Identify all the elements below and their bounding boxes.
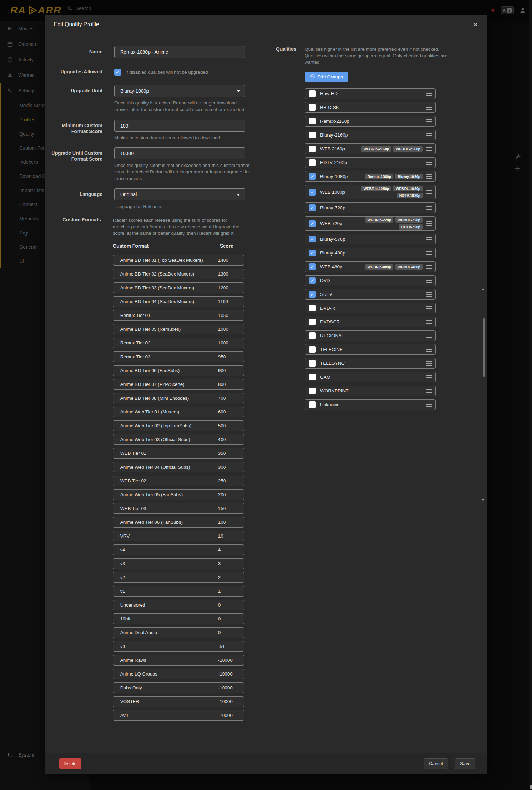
drag-handle-icon[interactable] xyxy=(426,292,432,297)
quality-checkbox-checked[interactable] xyxy=(309,173,316,180)
modal-scrollbar-thumb[interactable] xyxy=(483,318,485,377)
quality-name: Bluray-480p xyxy=(320,250,345,256)
custom-format-name: VOSTFR xyxy=(120,699,218,704)
custom-format-row[interactable]: v0-51 xyxy=(113,641,244,652)
quality-checkbox-checked[interactable] xyxy=(309,291,316,298)
custom-format-row[interactable]: v33 xyxy=(113,558,244,569)
custom-format-row[interactable]: Remux Tier 03950 xyxy=(113,351,244,362)
custom-format-row[interactable]: VOSTFR-10000 xyxy=(113,696,244,707)
language-select[interactable]: Original xyxy=(114,188,245,200)
quality-checkbox-unchecked[interactable] xyxy=(309,132,316,138)
drag-handle-icon[interactable] xyxy=(426,174,432,179)
custom-format-row[interactable]: Dubs Only-10000 xyxy=(113,682,244,693)
drag-handle-icon[interactable] xyxy=(426,161,432,165)
drag-handle-icon[interactable] xyxy=(426,221,432,226)
custom-format-row[interactable]: Uncensored0 xyxy=(113,600,244,610)
custom-format-row[interactable]: AV1-10000 xyxy=(113,710,244,721)
quality-checkbox-unchecked[interactable] xyxy=(309,146,316,152)
quality-checkbox-unchecked[interactable] xyxy=(309,305,316,311)
page-scrollbar-thumb[interactable] xyxy=(530,785,532,789)
quality-checkbox-unchecked[interactable] xyxy=(309,346,316,353)
custom-format-row[interactable]: v44 xyxy=(113,544,244,555)
custom-format-row[interactable]: Anime BD Tier 04 (SeaDex Muxers)1100 xyxy=(113,296,244,307)
custom-format-row[interactable]: Remux Tier 011050 xyxy=(113,310,244,321)
custom-format-row[interactable]: 10bit0 xyxy=(113,613,244,624)
drag-handle-icon[interactable] xyxy=(426,403,432,407)
quality-checkbox-checked[interactable] xyxy=(309,220,316,227)
custom-format-row[interactable]: Anime BD Tier 06 (FanSubs)900 xyxy=(113,365,244,376)
upgrade-until-custom-format-score-input[interactable] xyxy=(114,147,245,159)
quality-checkbox-checked[interactable] xyxy=(309,263,316,270)
drag-handle-icon[interactable] xyxy=(426,361,432,366)
custom-format-row[interactable]: Anime Web Tier 01 (Muxers)600 xyxy=(113,407,244,417)
drag-handle-icon[interactable] xyxy=(426,320,432,324)
custom-format-row[interactable]: WEB Tier 01350 xyxy=(113,448,244,459)
custom-format-row[interactable]: Anime Web Tier 05 (FanSubs)200 xyxy=(113,489,244,500)
drag-handle-icon[interactable] xyxy=(426,375,432,379)
quality-checkbox-checked[interactable] xyxy=(309,236,316,242)
custom-format-row[interactable]: Anime Raws-10000 xyxy=(113,655,244,666)
drag-handle-icon[interactable] xyxy=(426,279,432,283)
custom-format-row[interactable]: Anime Web Tier 04 (Official Subs)300 xyxy=(113,462,244,472)
quality-checkbox-unchecked[interactable] xyxy=(309,159,316,166)
custom-format-row[interactable]: Anime BD Tier 02 (SeaDex Muxers)1300 xyxy=(113,269,244,279)
drag-handle-icon[interactable] xyxy=(426,348,432,352)
drag-handle-icon[interactable] xyxy=(426,106,432,110)
profile-name-input[interactable] xyxy=(114,46,245,58)
drag-handle-icon[interactable] xyxy=(426,133,432,137)
custom-format-row[interactable]: Anime BD Tier 07 (P2P/Scene)800 xyxy=(113,379,244,390)
custom-format-row[interactable]: Anime Web Tier 02 (Top FanSubs)500 xyxy=(113,420,244,431)
upgrade-until-select[interactable]: Bluray-1080p xyxy=(114,85,245,97)
custom-format-row[interactable]: Anime BD Tier 05 (Remuxes)1000 xyxy=(113,324,244,334)
custom-format-row[interactable]: Anime Dual Audio0 xyxy=(113,627,244,638)
quality-checkbox-unchecked[interactable] xyxy=(309,401,316,408)
custom-format-row[interactable]: Anime LQ Groups-10000 xyxy=(113,669,244,679)
quality-checkbox-unchecked[interactable] xyxy=(309,90,316,97)
quality-checkbox-unchecked[interactable] xyxy=(309,332,316,339)
quality-checkbox-unchecked[interactable] xyxy=(309,319,316,325)
quality-checkbox-unchecked[interactable] xyxy=(309,388,316,394)
quality-checkbox-checked[interactable] xyxy=(309,189,316,196)
drag-handle-icon[interactable] xyxy=(426,119,432,123)
custom-format-name: VRV xyxy=(120,533,218,539)
quality-checkbox-unchecked[interactable] xyxy=(309,374,316,380)
custom-format-row[interactable]: v11 xyxy=(113,586,244,597)
custom-format-row[interactable]: Anime Web Tier 03 (Official Subs)400 xyxy=(113,434,244,445)
quality-checkbox-checked[interactable] xyxy=(309,277,316,284)
quality-name: TELECINE xyxy=(320,347,343,352)
page-scrollbar[interactable] xyxy=(529,0,532,790)
drag-handle-icon[interactable] xyxy=(426,389,432,393)
edit-groups-button[interactable]: Edit Groups xyxy=(305,72,348,82)
custom-format-name: WEB Tier 02 xyxy=(120,478,218,483)
cancel-button[interactable]: Cancel xyxy=(424,758,448,769)
custom-format-row[interactable]: WEB Tier 03150 xyxy=(113,503,244,514)
custom-format-row[interactable]: WEB Tier 02250 xyxy=(113,476,244,486)
custom-format-row[interactable]: Remux Tier 021000 xyxy=(113,338,244,348)
drag-handle-icon[interactable] xyxy=(426,265,432,269)
custom-format-score: 600 xyxy=(218,409,244,414)
drag-handle-icon[interactable] xyxy=(426,147,432,151)
quality-checkbox-unchecked[interactable] xyxy=(309,118,316,124)
custom-format-row[interactable]: Anime Web Tier 06 (FanSubs)100 xyxy=(113,517,244,528)
quality-checkbox-unchecked[interactable] xyxy=(309,360,316,367)
custom-format-row[interactable]: VRV10 xyxy=(113,531,244,541)
custom-format-row[interactable]: v22 xyxy=(113,572,244,583)
quality-checkbox-unchecked[interactable] xyxy=(309,104,316,111)
drag-handle-icon[interactable] xyxy=(426,237,432,241)
quality-checkbox-checked[interactable] xyxy=(309,250,316,256)
custom-format-row[interactable]: Anime BD Tier 08 (Mini Encodes)700 xyxy=(113,393,244,403)
quality-checkbox-checked[interactable] xyxy=(309,204,316,211)
drag-handle-icon[interactable] xyxy=(426,306,432,310)
save-button[interactable]: Save xyxy=(455,758,475,769)
min-custom-format-score-input[interactable] xyxy=(114,120,245,132)
drag-handle-icon[interactable] xyxy=(426,251,432,255)
close-icon[interactable]: ✕ xyxy=(473,21,478,28)
custom-format-row[interactable]: Anime BD Tier 03 (SeaDex Muxers)1200 xyxy=(113,282,244,293)
delete-button[interactable]: Delete xyxy=(59,758,81,769)
drag-handle-icon[interactable] xyxy=(426,206,432,210)
custom-format-row[interactable]: Anime BD Tier 01 (Top SeaDex Muxers)1400 xyxy=(113,255,244,266)
drag-handle-icon[interactable] xyxy=(426,334,432,338)
drag-handle-icon[interactable] xyxy=(426,92,432,96)
drag-handle-icon[interactable] xyxy=(426,190,432,194)
upgrades-allowed-checkbox[interactable] xyxy=(114,69,121,76)
